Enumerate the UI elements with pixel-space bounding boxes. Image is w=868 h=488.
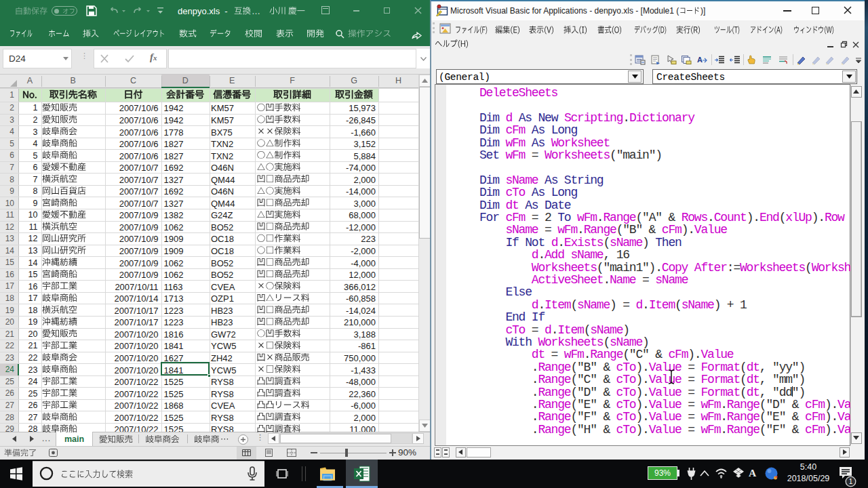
svg-text:A: A <box>697 56 703 64</box>
svg-text:1: 1 <box>849 478 853 485</box>
